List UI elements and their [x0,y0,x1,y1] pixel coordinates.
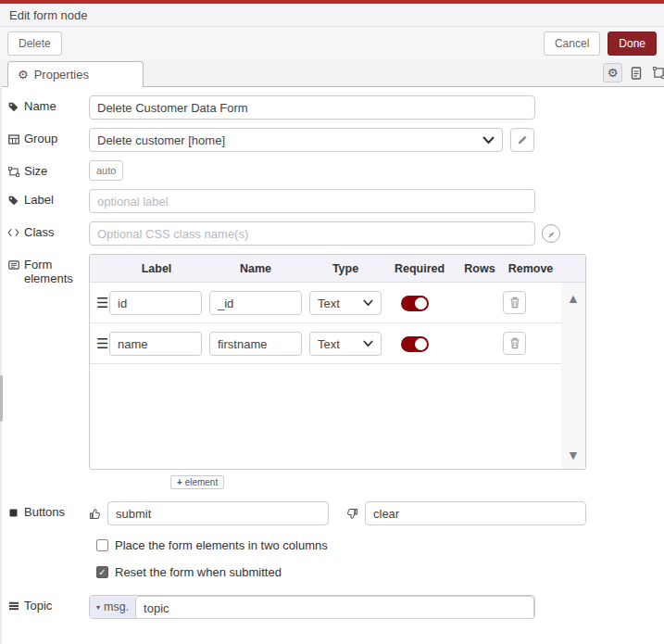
cancel-button[interactable]: Cancel [544,32,600,56]
element-label-input[interactable] [109,291,202,315]
table-scrollbar[interactable]: ▲ ▼ [561,283,585,469]
label-row: Label [7,189,664,213]
group-label: Group [7,128,89,146]
topic-input[interactable] [135,596,534,619]
scroll-up-icon[interactable]: ▲ [567,292,580,305]
tab-bar: ⚙ Properties ⚙ [0,60,664,87]
tag-icon [7,102,19,112]
drag-handle-icon[interactable]: ☰ [96,335,108,352]
class-label: Class [7,221,89,240]
list-alt-icon [7,260,19,270]
size-button[interactable]: auto [89,160,123,181]
name-input[interactable] [89,95,535,120]
gear-icon: ⚙ [608,67,619,79]
form-elements-row: Formelements Label Name Type Required Ro… [7,254,664,489]
dialog-header: Edit form node [0,4,664,27]
element-name-input[interactable] [209,291,302,315]
left-edge-strip [0,86,2,644]
column-header-type: Type [332,262,358,275]
class-row: Class [7,221,664,246]
form-elements-table: Label Name Type Required Rows Remove ☰ T… [89,254,586,470]
properties-panel: Name Group Delete customer [home] [0,87,664,619]
square-icon [7,509,19,517]
column-header-required: Required [395,262,445,275]
typed-input-type-select[interactable]: ▾ msg. [90,596,135,618]
tasks-icon [7,601,19,611]
topic-typed-input: ▾ msg. [89,595,535,619]
required-toggle[interactable] [401,296,429,311]
submit-button-label-input[interactable] [107,501,329,525]
code-icon [7,228,19,237]
table-row: ☰ Text [90,323,585,364]
object-group-icon [7,167,19,177]
checkbox-icon[interactable] [96,539,108,551]
buttons-label: Buttons [7,501,89,520]
column-header-remove: Remove [508,262,554,275]
element-type-select[interactable]: Text [309,291,382,315]
appearance-icon [653,67,664,79]
remove-element-button[interactable] [503,291,526,314]
gear-icon: ⚙ [18,69,29,81]
group-row: Group Delete customer [home] [7,128,664,152]
sidebar-resize-handle[interactable] [0,375,3,422]
brush-icon [547,230,556,238]
caret-down-icon: ▾ [96,603,100,612]
name-label: Name [7,95,89,114]
topic-label: Topic [7,595,89,613]
chevron-down-icon [363,299,373,307]
drag-handle-icon[interactable]: ☰ [96,295,108,311]
toggle-knob [415,297,427,309]
dialog-toolbar: Delete Cancel Done [0,27,664,60]
form-elements-label: Formelements [7,254,89,286]
reset-form-checkbox-row[interactable]: ✓ Reset the form when submitted [96,565,664,579]
column-header-rows: Rows [464,262,495,275]
tab-properties[interactable]: ⚙ Properties [7,61,144,87]
element-name-input[interactable] [209,332,302,356]
properties-tab-button[interactable]: ⚙ [603,63,622,82]
edit-group-button[interactable] [510,128,534,152]
table-row: ☰ Text [90,283,585,323]
buttons-row: Buttons [7,501,664,525]
tab-properties-label: Properties [34,68,89,82]
toggle-knob [415,338,427,350]
column-header-label: Label [142,262,172,275]
size-label: Size [7,160,89,179]
label-input[interactable] [89,189,535,213]
checkbox-label: Reset the form when submitted [115,565,282,579]
element-label-input[interactable] [109,332,202,356]
chevron-down-icon [482,136,495,145]
tag-icon [7,196,19,206]
class-input[interactable] [89,221,535,246]
appearance-tab-button[interactable] [649,63,664,82]
thumbs-up-icon [89,508,101,520]
thumbs-down-icon [346,508,358,520]
column-header-name: Name [240,262,271,275]
table-body: ☰ Text [90,283,585,469]
two-columns-checkbox-row[interactable]: Place the form elements in two columns [96,538,664,552]
topic-row: Topic ▾ msg. [7,595,664,619]
table-header: Label Name Type Required Rows Remove [90,255,585,283]
table-icon [7,134,19,145]
done-button[interactable]: Done [608,32,657,56]
name-row: Name [7,95,664,120]
description-tab-button[interactable] [626,63,645,82]
label-label: Label [7,189,89,208]
size-row: Size auto [7,160,664,181]
delete-button[interactable]: Delete [7,32,62,56]
document-icon [631,67,642,80]
scroll-down-icon[interactable]: ▼ [567,448,580,461]
checkbox-icon[interactable]: ✓ [96,566,108,578]
clear-button-label-input[interactable] [365,501,586,525]
trash-icon [509,297,520,309]
required-toggle[interactable] [401,336,429,352]
trash-icon [509,337,520,349]
group-select[interactable]: Delete customer [home] [89,128,503,152]
pencil-icon [517,134,528,145]
checkbox-label: Place the form elements in two columns [115,538,328,552]
add-element-button[interactable]: + element [170,475,224,489]
class-style-button[interactable] [542,224,560,243]
remove-element-button[interactable] [503,332,526,355]
dialog-title: Edit form node [9,8,88,22]
chevron-down-icon [363,340,373,347]
element-type-select[interactable]: Text [309,332,382,356]
